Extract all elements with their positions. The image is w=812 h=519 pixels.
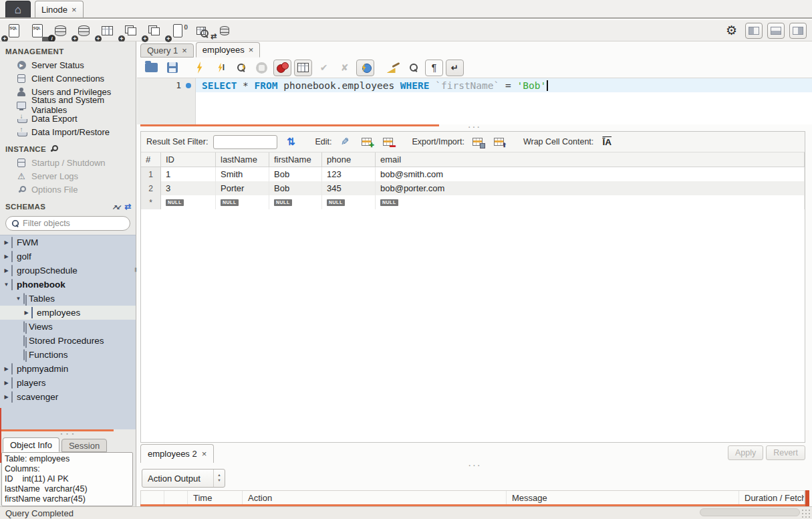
apply-button[interactable]: Apply [728,445,763,460]
search-table-data-button[interactable] [192,22,210,39]
stop-query-button[interactable] [253,60,271,76]
schema-filter-input[interactable] [23,219,116,228]
chevron-right-icon[interactable]: ▶ [3,253,10,260]
open-sql-script-button[interactable]: SQL [28,22,46,39]
tree-item-players[interactable]: ▶players [0,376,136,390]
new-sql-tab-button[interactable]: SQL+ [5,22,23,39]
chevron-right-icon[interactable]: ▶ [3,380,10,386]
wrap-cell-content-button[interactable]: ĪA [599,134,615,149]
tree-item-views[interactable]: Views [0,320,136,334]
chevron-down-icon[interactable]: ▼ [3,282,10,288]
add-row-button[interactable]: ✚ [358,134,374,149]
sidebar-item-server-logs[interactable]: ⚠Server Logs [0,169,136,183]
close-icon[interactable]: × [202,449,207,459]
tree-item-stored-procedures[interactable]: Stored Procedures [0,334,136,348]
rollback-button[interactable]: ✘ [335,60,354,76]
sidebar-item-client-connections[interactable]: Client Connections [0,72,136,85]
create-function-button[interactable]: {)+ [168,22,186,39]
reconnect-dbms-button[interactable]: ⇄ [215,22,233,39]
column-header-lastName[interactable]: lastName [216,152,269,167]
tree-item-phpmyadmin[interactable]: ▶phpmyadmin [0,362,136,376]
create-view-button[interactable]: + [122,22,140,39]
close-icon[interactable]: × [182,45,187,56]
tab-session[interactable]: Session [61,439,107,452]
output-column-time[interactable]: Time [188,491,243,504]
toggle-left-sidebar-button[interactable] [745,23,763,39]
tree-item-fwm[interactable]: ▶FWM [0,235,136,249]
sql-editor[interactable]: 1 SELECT * FROM phonebook.employees WHER… [137,78,812,124]
schema-inspector-button[interactable]: i [51,22,70,39]
editor-result-splitter[interactable]: ▪ ▪ ▪ [137,124,812,131]
tab-employees[interactable]: employees × [196,42,260,58]
spinner-icon[interactable]: ▲▼ [213,470,225,487]
home-tab[interactable]: ⌂ [5,1,31,17]
new-row-placeholder[interactable]: *NULLNULLNULLNULLNULL [141,195,805,209]
beautify-script-button[interactable] [384,60,402,76]
connection-tab[interactable]: Linode × [35,1,84,17]
close-icon[interactable]: × [249,45,254,55]
output-splitter[interactable]: ▪ ▪ ▪ [137,463,812,468]
toggle-result-grid-button[interactable] [294,60,312,76]
sidebar-item-status-and-system-variables[interactable]: Status and System Variables [0,98,136,112]
tab-object-info[interactable]: Object Info [3,437,59,452]
column-header-email[interactable]: email [376,152,805,167]
tree-item-groupschedule[interactable]: ▶groupSchedule [0,264,136,278]
sidebar-splitter[interactable]: ▪ ▪ ▪ [0,431,136,436]
table-row[interactable]: 11SmithBob123bob@smith.com [141,167,805,181]
chevron-right-icon[interactable]: ▶ [3,366,10,372]
save-script-button[interactable] [163,60,181,76]
toggle-word-wrap-button[interactable]: ↵ [446,60,464,76]
toggle-right-sidebar-button[interactable] [789,23,807,39]
find-button[interactable] [404,60,422,76]
editor-code-area[interactable]: SELECT * FROM phonebook.employees WHERE … [196,78,812,124]
output-selector[interactable]: Action Output ▲▼ [142,469,225,488]
output-column-blank-0[interactable] [141,491,164,504]
refresh-schemas-icon[interactable]: ⇄ [125,202,132,211]
tree-item-employees[interactable]: ▶employees [0,306,136,320]
export-results-button[interactable] [470,134,486,149]
toggle-bottom-panel-button[interactable] [767,23,785,39]
action-output-scrollbar[interactable] [805,490,809,506]
chevron-right-icon[interactable]: ▶ [23,310,30,316]
sidebar-item-startup-shutdown[interactable]: Startup / Shutdown [0,156,136,169]
explain-button[interactable] [232,60,250,76]
tab-employees-2[interactable]: employees 2 × [140,444,214,463]
chevron-right-icon[interactable]: ▶ [3,239,10,245]
execute-button[interactable] [190,60,209,76]
column-header-firstName[interactable]: firstName [269,152,322,167]
open-file-button[interactable] [142,60,160,76]
tree-item-golf[interactable]: ▶golf [0,249,136,264]
column-header-phone[interactable]: phone [322,152,376,167]
sidebar-item-data-import-restore[interactable]: ↑Data Import/Restore [0,125,136,138]
execute-current-statement-button[interactable]: I [211,60,229,76]
toggle-invisible-chars-button[interactable]: ¶ [425,60,443,76]
horizontal-scrollbar-thumb[interactable] [700,508,800,516]
chevron-down-icon[interactable]: ▼ [15,296,22,302]
table-row[interactable]: 23PorterBob345bob@porter.com [141,181,805,195]
create-table-button[interactable]: + [98,22,116,39]
create-schema-button[interactable]: + [75,22,93,39]
delete-row-button[interactable]: ▬ [380,134,396,149]
output-column-action[interactable]: Action [243,491,507,504]
toggle-autocommit-button[interactable] [356,60,374,76]
toggle-stop-on-error-button[interactable] [273,60,291,76]
refresh-results-button[interactable]: ⇅ [283,134,299,149]
edit-cell-button[interactable]: ✎ [337,134,353,149]
result-filter-input[interactable] [213,135,277,149]
resize-grip[interactable] [801,509,811,518]
column-header-#[interactable]: # [141,152,161,167]
tree-item-scavenger[interactable]: ▶scavenger [0,390,136,404]
tree-item-phonebook[interactable]: ▼phonebook [0,278,136,292]
import-records-button[interactable]: ⬆ [491,134,507,149]
output-column-blank-1[interactable] [164,491,188,504]
chevron-right-icon[interactable]: ▶ [3,268,10,274]
revert-button[interactable]: Revert [766,445,805,460]
close-icon[interactable]: × [72,5,77,15]
output-column-duration-fetch[interactable]: Duration / Fetch [739,491,805,504]
tree-item-functions[interactable]: Functions [0,348,136,362]
preferences-gear-button[interactable]: ⚙ [722,22,740,39]
tab-query-1[interactable]: Query 1 × [140,43,194,58]
create-procedure-button[interactable]: + [145,22,163,39]
commit-button[interactable]: ✔ [315,60,333,76]
column-header-ID[interactable]: ID [161,152,216,167]
